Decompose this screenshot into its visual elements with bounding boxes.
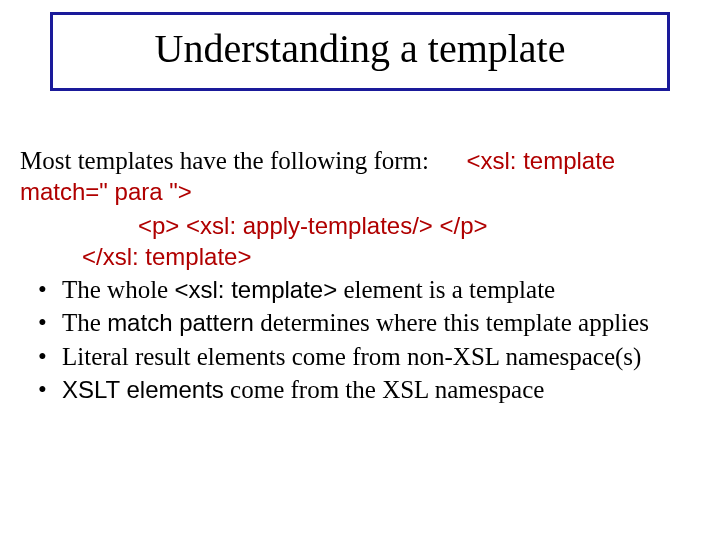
title-box: Understanding a template	[50, 12, 670, 91]
slide-content: Most templates have the following form: …	[20, 145, 700, 405]
slide-title: Understanding a template	[73, 25, 647, 72]
list-item: The match pattern determines where this …	[20, 307, 700, 338]
list-item: XSLT elements come from the XSL namespac…	[20, 374, 700, 405]
code-template-close: </xsl: template>	[82, 243, 251, 270]
bullet4-b: come from the XSL namespace	[224, 376, 544, 403]
list-item: Literal result elements come from non-XS…	[20, 341, 700, 372]
list-item: The whole <xsl: template> element is a t…	[20, 274, 700, 305]
intro-block: Most templates have the following form: …	[20, 145, 700, 208]
bullet-list: The whole <xsl: template> element is a t…	[20, 274, 700, 405]
bullet4-code: XSLT elements	[62, 376, 224, 403]
code-line-close: </xsl: template>	[82, 241, 700, 272]
intro-text: Most templates have the following form:	[20, 147, 429, 174]
bullet2-code: match pattern	[107, 309, 254, 336]
bullet1-b: element is a template	[337, 276, 555, 303]
code-apply-templates: <p> <xsl: apply-templates/> </p>	[138, 212, 488, 239]
code-line-body: <p> <xsl: apply-templates/> </p>	[138, 210, 700, 241]
bullet2-a: The	[62, 309, 107, 336]
bullet2-b: determines where this template applies	[254, 309, 649, 336]
bullet3: Literal result elements come from non-XS…	[62, 343, 641, 370]
bullet1-code: <xsl: template>	[174, 276, 337, 303]
bullet1-a: The whole	[62, 276, 174, 303]
